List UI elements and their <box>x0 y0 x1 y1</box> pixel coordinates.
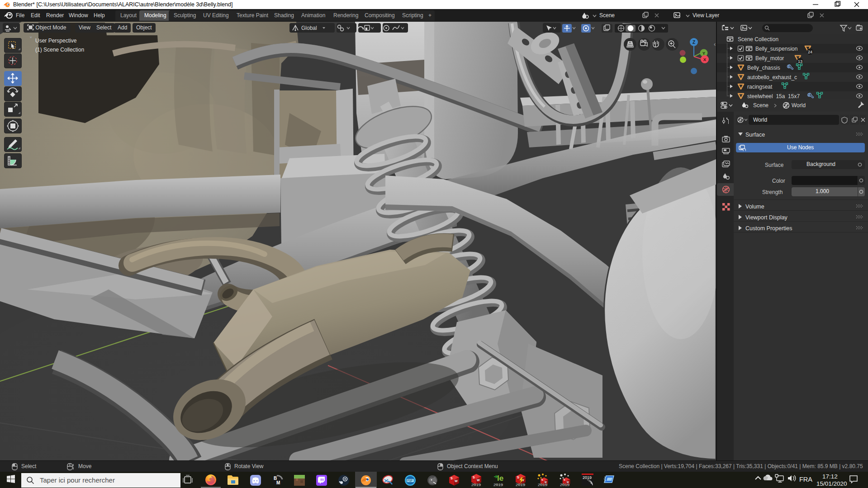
svg-text:PSP: PSP <box>408 479 413 483</box>
svg-text:17:12: 17:12 <box>822 473 838 480</box>
svg-text:Viewport Display: Viewport Display <box>745 214 788 221</box>
svg-text:racingseat: racingseat <box>747 84 773 90</box>
svg-text:Y: Y <box>702 51 705 56</box>
svg-text:Belly_suspension: Belly_suspension <box>755 46 797 52</box>
svg-text:13: 13 <box>798 59 802 64</box>
svg-text:‹: ‹ <box>714 41 716 47</box>
svg-text:Scene Collection: Scene Collection <box>738 36 778 43</box>
svg-text:Custom Properties: Custom Properties <box>745 225 792 232</box>
svg-text:Volume: Volume <box>745 204 764 210</box>
svg-text:FRA: FRA <box>799 476 812 483</box>
svg-text:autobello_exhaust_c: autobello_exhaust_c <box>747 74 797 81</box>
svg-text:Belly_chassis: Belly_chassis <box>747 65 780 71</box>
svg-text:User Perspective: User Perspective <box>35 38 77 44</box>
svg-text:Belly_motor: Belly_motor <box>755 55 784 62</box>
svg-text:(1) Scene Collection: (1) Scene Collection <box>35 47 84 53</box>
svg-text:le: le <box>497 474 503 483</box>
svg-text:M: M <box>276 480 280 485</box>
svg-text:Z: Z <box>693 40 695 45</box>
svg-text:World: World <box>753 117 767 123</box>
svg-text:24: 24 <box>808 50 812 54</box>
svg-text:2019: 2019 <box>583 475 592 480</box>
svg-text:X: X <box>703 57 707 62</box>
svg-text:Surface: Surface <box>745 132 765 138</box>
svg-text:steelwheel_15a_15x7: steelwheel_15a_15x7 <box>747 93 800 99</box>
svg-text:15/01/2020: 15/01/2020 <box>816 480 847 487</box>
